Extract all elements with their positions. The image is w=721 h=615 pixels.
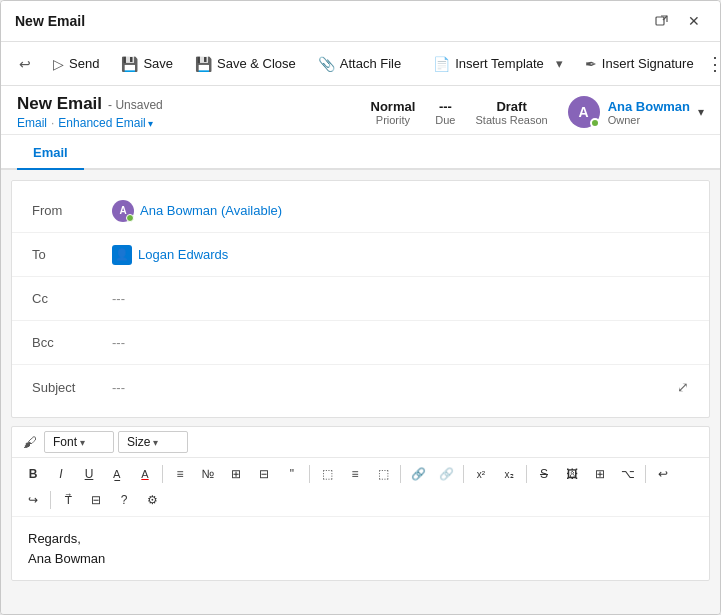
blockquote-button[interactable]: " [279,462,305,486]
tab-email[interactable]: Email [17,135,84,170]
back-button[interactable]: ↩ [9,51,41,77]
to-label: To [32,247,112,262]
signature-icon: ✒ [585,56,597,72]
send-button[interactable]: ▷ Send [43,51,109,77]
title-bar-left: New Email [15,13,85,29]
insert-template-button[interactable]: 📄 Insert Template [423,51,554,77]
from-value: A Ana Bowman (Available) [112,200,689,222]
align-center-button[interactable]: ≡ [342,462,368,486]
rte-header: 🖌 Font ▾ Size ▾ [12,427,709,458]
from-avatar-status [126,214,134,222]
from-name[interactable]: Ana Bowman (Available) [140,203,282,218]
image-button[interactable]: 🖼 [559,462,585,486]
font-selector[interactable]: Font ▾ [44,431,114,453]
window-title: New Email [15,13,85,29]
owner-info: Ana Bowman Owner [608,99,690,126]
bcc-label: Bcc [32,335,112,350]
italic-button[interactable]: I [48,462,74,486]
align-right-button[interactable]: ⬚ [370,462,396,486]
outdent-button[interactable]: ⊟ [251,462,277,486]
more-options-button[interactable]: ⋮ [706,50,721,78]
align-left-button[interactable]: ⬚ [314,462,340,486]
insert-signature-button[interactable]: ✒ Insert Signature [575,51,704,77]
table-button[interactable]: ⊞ [587,462,613,486]
avatar: A [568,96,600,128]
subject-value[interactable]: --- [112,380,677,395]
settings-button[interactable]: ⚙ [139,488,165,512]
expand-icon[interactable]: ⤢ [677,379,689,395]
numbered-list-button[interactable]: № [195,462,221,486]
clear-format-button[interactable]: T⃗ [55,488,81,512]
indent-button[interactable]: ⊞ [223,462,249,486]
font-color-button[interactable]: A [132,462,158,486]
rte-sep-6 [645,465,646,483]
redo-button[interactable]: ↪ [20,488,46,512]
contact-icon: 👤 [112,245,132,265]
main-content: From A Ana Bowman (Available) To 👤 Logan… [1,170,720,614]
breadcrumb: Email · Enhanced Email ▾ [17,116,163,130]
title-bar: New Email ✕ [1,1,720,42]
font-selector-arrow: ▾ [80,437,85,448]
source-code-button[interactable]: ⌥ [615,462,641,486]
breadcrumb-sep: · [51,116,54,130]
subscript-button[interactable]: x₂ [496,462,522,486]
info-bar-right: Normal Priority --- Due Draft Status Rea… [371,96,704,128]
send-icon: ▷ [53,56,64,72]
rte-sep-7 [50,491,51,509]
attach-icon: 📎 [318,56,335,72]
cc-field-row: Cc --- [12,277,709,321]
attach-file-button[interactable]: 📎 Attach File [308,51,411,77]
to-name[interactable]: Logan Edwards [138,247,228,262]
info-bar: New Email - Unsaved Email · Enhanced Ema… [1,86,720,135]
superscript-button[interactable]: x² [468,462,494,486]
unlink-button[interactable]: 🔗 [433,462,459,486]
from-avatar: A [112,200,134,222]
size-selector[interactable]: Size ▾ [118,431,188,453]
signature-line2: Ana Bowman [28,549,693,569]
save-icon: 💾 [121,56,138,72]
priority-label: Priority [376,114,410,126]
size-selector-arrow: ▾ [153,437,158,448]
save-button[interactable]: 💾 Save [111,51,183,77]
from-field-row: From A Ana Bowman (Available) [12,189,709,233]
undo-button[interactable]: ↩ [650,462,676,486]
svg-rect-0 [656,17,664,25]
email-heading-row: New Email - Unsaved [17,94,163,114]
main-toolbar: ↩ ▷ Send 💾 Save 💾 Save & Close 📎 Attach … [1,42,720,86]
owner-chevron-icon[interactable]: ▾ [698,105,704,119]
underline-button[interactable]: U [76,462,102,486]
insert-template-dropdown[interactable]: ▾ [556,49,563,79]
breadcrumb-enhanced-email[interactable]: Enhanced Email ▾ [58,116,152,130]
bold-button[interactable]: B [20,462,46,486]
rte-body[interactable]: Regards, Ana Bowman [12,517,709,580]
rte-sep-1 [162,465,163,483]
status-group: Draft Status Reason [476,99,548,126]
subject-field-row: Subject --- ⤢ [12,365,709,409]
format-paint-icon[interactable]: 🖌 [20,431,40,453]
due-group: --- Due [435,99,455,126]
rte-sep-5 [526,465,527,483]
owner-role: Owner [608,114,690,126]
due-value: --- [439,99,452,114]
signature-line1: Regards, [28,529,693,549]
help-button[interactable]: ? [111,488,137,512]
bcc-value[interactable]: --- [112,335,689,350]
rich-text-editor: 🖌 Font ▾ Size ▾ B I U A̲ A ≡ № ⊞ [11,426,710,581]
link-button[interactable]: 🔗 [405,462,431,486]
table2-button[interactable]: ⊟ [83,488,109,512]
status-label: Status Reason [476,114,548,126]
popout-button[interactable] [648,7,676,35]
rte-toolbar: B I U A̲ A ≡ № ⊞ ⊟ " ⬚ ≡ ⬚ 🔗 🔗 x² [12,458,709,517]
breadcrumb-email[interactable]: Email [17,116,47,130]
priority-group: Normal Priority [371,99,416,126]
cc-label: Cc [32,291,112,306]
owner-name[interactable]: Ana Bowman [608,99,690,114]
strikethrough-button[interactable]: S [531,462,557,486]
due-label: Due [435,114,455,126]
save-close-button[interactable]: 💾 Save & Close [185,51,306,77]
highlight-button[interactable]: A̲ [104,462,130,486]
cc-value[interactable]: --- [112,291,689,306]
email-window: New Email ✕ ↩ ▷ Send 💾 Save 💾 [0,0,721,615]
bullets-button[interactable]: ≡ [167,462,193,486]
close-button[interactable]: ✕ [680,7,708,35]
